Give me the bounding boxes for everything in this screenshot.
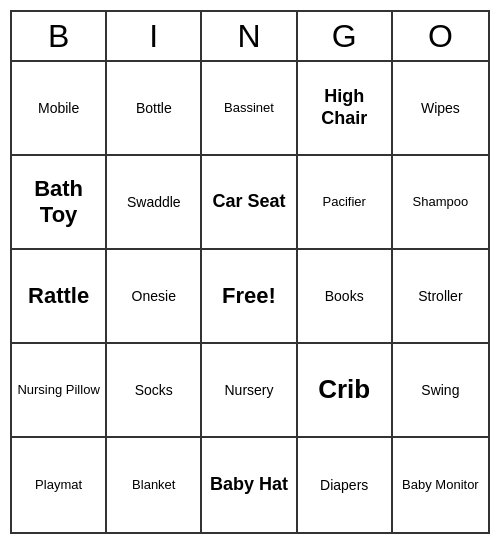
- bingo-grid: MobileBottleBassinetHigh ChairWipesBath …: [12, 62, 488, 532]
- bingo-cell: Bath Toy: [12, 156, 107, 250]
- bingo-cell: Nursery: [202, 344, 297, 438]
- bingo-cell: Nursing Pillow: [12, 344, 107, 438]
- bingo-cell: Free!: [202, 250, 297, 344]
- bingo-cell: Mobile: [12, 62, 107, 156]
- bingo-cell: Baby Hat: [202, 438, 297, 532]
- bingo-cell: Socks: [107, 344, 202, 438]
- bingo-cell: Pacifier: [298, 156, 393, 250]
- bingo-cell: Crib: [298, 344, 393, 438]
- bingo-cell: Bassinet: [202, 62, 297, 156]
- bingo-cell: High Chair: [298, 62, 393, 156]
- bingo-cell: Onesie: [107, 250, 202, 344]
- header-letter: B: [12, 12, 107, 60]
- bingo-cell: Wipes: [393, 62, 488, 156]
- bingo-cell: Blanket: [107, 438, 202, 532]
- bingo-cell: Books: [298, 250, 393, 344]
- bingo-cell: Swing: [393, 344, 488, 438]
- bingo-cell: Stroller: [393, 250, 488, 344]
- bingo-cell: Bottle: [107, 62, 202, 156]
- bingo-card: BINGO MobileBottleBassinetHigh ChairWipe…: [10, 10, 490, 534]
- bingo-cell: Diapers: [298, 438, 393, 532]
- bingo-cell: Shampoo: [393, 156, 488, 250]
- header-letter: N: [202, 12, 297, 60]
- header-letter: G: [298, 12, 393, 60]
- bingo-cell: Car Seat: [202, 156, 297, 250]
- header-letter: O: [393, 12, 488, 60]
- bingo-cell: Baby Monitor: [393, 438, 488, 532]
- bingo-cell: Rattle: [12, 250, 107, 344]
- bingo-cell: Playmat: [12, 438, 107, 532]
- header-letter: I: [107, 12, 202, 60]
- bingo-header: BINGO: [12, 12, 488, 62]
- bingo-cell: Swaddle: [107, 156, 202, 250]
